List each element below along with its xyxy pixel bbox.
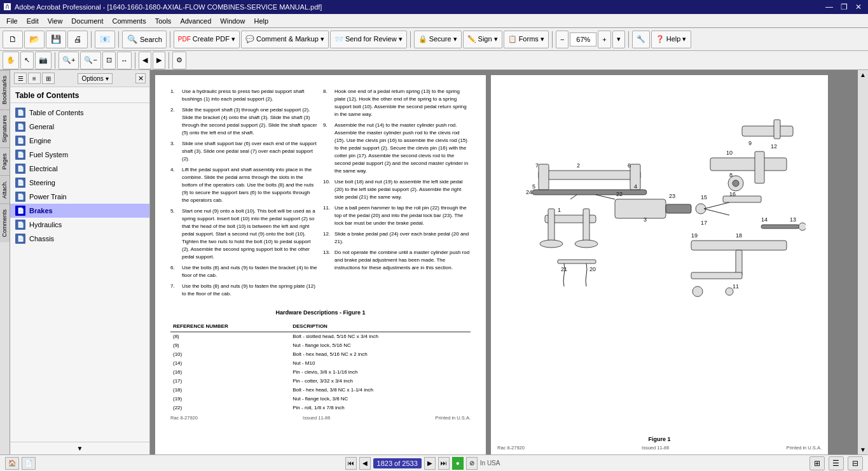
attachments-tab[interactable]: Attach. — [0, 175, 10, 204]
snapshot-button[interactable]: 📷 — [35, 52, 52, 69]
close-button[interactable]: ✕ — [853, 3, 864, 11]
open-button[interactable]: 📂 — [24, 31, 45, 48]
nav-item-electrical[interactable]: 📄 Electrical — [10, 162, 149, 176]
stop-button[interactable]: ⊘ — [466, 457, 478, 470]
nav-item-label: Table of Contents — [29, 109, 84, 116]
minimize-button[interactable]: — — [823, 3, 836, 11]
help-button[interactable]: ❓ Help ▾ — [651, 31, 691, 48]
comments-tab[interactable]: Comments — [0, 204, 10, 243]
nav-icon2[interactable]: ≡ — [28, 73, 41, 84]
fit-width-button[interactable]: ↔ — [117, 52, 132, 69]
signatures-tab[interactable]: Signatures — [0, 109, 10, 148]
status-view2-button[interactable]: ☰ — [829, 456, 844, 470]
first-page-button[interactable]: ⏮ — [345, 457, 357, 470]
next-page-button[interactable]: ▶ — [424, 457, 436, 470]
hand-icon: ✋ — [6, 56, 15, 64]
nav-scroll-down[interactable]: ▼ — [10, 442, 149, 454]
green-button[interactable]: ● — [452, 457, 464, 470]
menu-tools[interactable]: Tools — [151, 16, 176, 26]
forms-button[interactable]: 📋 Forms ▾ — [504, 31, 549, 48]
nav-item-engine[interactable]: 📄 Engine — [10, 134, 149, 148]
scroll-up-arrow[interactable]: ▲ — [860, 71, 866, 78]
status-doc-button[interactable]: 📄 — [22, 457, 36, 470]
prev-view-button[interactable]: ◀ — [139, 52, 151, 69]
zoom-out-button[interactable]: − — [556, 31, 568, 48]
zoom-area: − + ▾ — [556, 31, 625, 48]
nav-item-brakes[interactable]: 📄 Brakes — [10, 204, 149, 218]
menu-edit[interactable]: Edit — [23, 16, 43, 26]
nav-item-steering[interactable]: 📄 Steering — [10, 176, 149, 190]
nav-header: ☰ ≡ ⊞ Options ▾ ✕ — [10, 70, 149, 87]
nav-item-toc[interactable]: 📄 Table of Contents — [10, 106, 149, 120]
svg-text:6: 6 — [628, 162, 631, 169]
svg-rect-8 — [539, 164, 549, 190]
fit-page-button[interactable]: ⊡ — [102, 52, 116, 69]
instruction-9: 9. Assemble the nut (14) to the master c… — [323, 122, 471, 175]
nav-item-chassis[interactable]: 📄 Chassis — [10, 232, 149, 246]
sign-button[interactable]: ✏️ Sign ▾ — [463, 31, 502, 48]
new-button[interactable]: 🗋 — [3, 31, 23, 48]
nav-scroll-area[interactable]: 📄 Table of Contents 📄 General 📄 Engine 📄… — [10, 103, 149, 442]
right-instructions: 8. Hook one end of a pedal return spring… — [323, 88, 471, 301]
zoom-input[interactable] — [570, 32, 596, 46]
nav-item-label: Power Train — [29, 193, 67, 200]
zoom-in-button[interactable]: + — [598, 31, 610, 48]
zoom-out-tool[interactable]: 🔍− — [80, 52, 100, 69]
status-view3-button[interactable]: ⊟ — [848, 456, 863, 470]
scroll-down-arrow[interactable]: ▼ — [860, 446, 866, 453]
nav-item-powertrain[interactable]: 📄 Power Train — [10, 190, 149, 204]
title-controls[interactable]: — ❐ ✕ — [823, 3, 864, 11]
svg-rect-15 — [710, 158, 787, 171]
svg-rect-19 — [723, 196, 761, 202]
svg-point-4 — [575, 240, 598, 248]
bookmarks-tab[interactable]: Bookmarks — [0, 70, 10, 109]
send-review-button[interactable]: 📨 Send for Review ▾ — [330, 31, 407, 48]
status-view1-button[interactable]: ⊞ — [809, 456, 825, 470]
options-button[interactable]: Options ▾ — [78, 73, 112, 84]
pages-tab[interactable]: Pages — [0, 148, 10, 175]
svg-text:23: 23 — [669, 193, 675, 199]
menu-comments[interactable]: Comments — [109, 16, 150, 26]
plugin-tool1-icon: ⚙ — [176, 56, 183, 64]
next-view-icon: ▶ — [156, 56, 162, 64]
nav-icon1[interactable]: ☰ — [14, 73, 27, 84]
last-page-button[interactable]: ⏭ — [438, 457, 450, 470]
menu-help[interactable]: Help — [250, 16, 272, 26]
menu-file[interactable]: File — [3, 16, 22, 26]
separator5 — [552, 31, 553, 48]
print-button[interactable]: 🖨 — [67, 31, 88, 48]
email-button[interactable]: 📧 — [95, 31, 115, 48]
toc-title: Table of Contents — [10, 87, 149, 103]
zoom-in-tool[interactable]: 🔍+ — [59, 52, 79, 69]
select-tool-button[interactable]: ↖ — [20, 52, 34, 69]
plugin-tool1[interactable]: ⚙ — [172, 52, 186, 69]
search-button[interactable]: 🔍 Search — [122, 31, 167, 48]
document-area[interactable]: 1. Use a hydraulic press to press two pe… — [150, 70, 858, 454]
plugin-button1[interactable]: 🔧 — [632, 31, 650, 48]
footer-issued: Issued 11-86 — [303, 415, 330, 422]
svg-text:2: 2 — [577, 162, 580, 169]
nav-item-fuel[interactable]: 📄 Fuel System — [10, 148, 149, 162]
restore-button[interactable]: ❐ — [838, 3, 850, 11]
zoom-dropdown-button[interactable]: ▾ — [612, 31, 625, 48]
menu-document[interactable]: Document — [67, 16, 107, 26]
menu-view[interactable]: View — [44, 16, 67, 26]
instruction-1: 1. Use a hydraulic press to press two pe… — [170, 88, 318, 103]
status-home-button[interactable]: 🏠 — [5, 457, 19, 470]
nav-icon3[interactable]: ⊞ — [42, 73, 55, 84]
nav-close-button[interactable]: ✕ — [135, 73, 146, 83]
open-icon: 📂 — [29, 34, 40, 45]
prev-page-button[interactable]: ◀ — [359, 457, 371, 470]
comment-markup-button[interactable]: 💬 Comment & Markup ▾ — [241, 31, 329, 48]
nav-item-hydraulics[interactable]: 📄 Hydraulics — [10, 218, 149, 232]
create-pdf-button[interactable]: PDF Create PDF ▾ — [174, 31, 240, 48]
next-view-button[interactable]: ▶ — [153, 52, 165, 69]
hand-tool-button[interactable]: ✋ — [3, 52, 19, 69]
menu-advanced[interactable]: Advanced — [176, 16, 215, 26]
col-ref: REFERENCE NUMBER — [170, 321, 290, 332]
nav-item-general[interactable]: 📄 General — [10, 120, 149, 134]
instruction-11: 11. Use a ball peen hammer to tap the ro… — [323, 204, 471, 227]
save-button[interactable]: 💾 — [46, 31, 66, 48]
menu-window[interactable]: Window — [216, 16, 249, 26]
secure-button[interactable]: 🔒 Secure ▾ — [414, 31, 462, 48]
